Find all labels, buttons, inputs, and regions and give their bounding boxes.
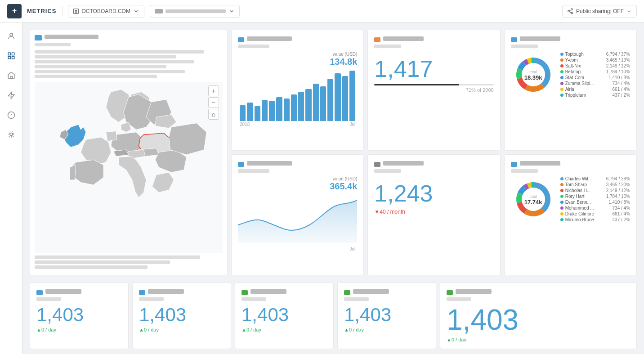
legend-item: Drake Gilmore 661 / 4%	[560, 211, 630, 216]
nav-divider	[62, 6, 63, 17]
europe-map-container: + − ⌂	[35, 82, 223, 253]
svg-rect-0	[73, 9, 78, 13]
metric-2-change: ▼40 / month	[374, 209, 493, 215]
line-chart-labels: Jul	[238, 246, 357, 252]
small-card-header	[447, 289, 630, 296]
legend-item: Charles Wil... 6,794 / 38%	[560, 176, 630, 181]
small-card-header	[344, 289, 429, 296]
sidebar-item-lightning[interactable]	[3, 87, 19, 103]
legend-value: 6,794 / 37%	[606, 52, 630, 57]
legend-value: 1,410 / 8%	[608, 75, 630, 80]
lightning-icon	[7, 91, 15, 99]
map-card-subtitle	[35, 43, 71, 46]
legend-dot	[560, 70, 564, 73]
legend-item: Y-com 3,465 / 19%	[560, 58, 630, 63]
donut-2-icon	[511, 162, 517, 167]
metric-card-2: 1,243 ▼40 / month	[367, 154, 500, 275]
legend-dot	[560, 76, 564, 79]
legend-label: Salt-Nix	[565, 63, 597, 68]
legend-label: Toptough	[565, 52, 597, 57]
legend-value: 1,784 / 10%	[606, 69, 630, 74]
legend-dot	[560, 82, 564, 85]
bar-chart	[238, 67, 357, 121]
metric-1-value: 1,417	[374, 57, 493, 81]
bar	[349, 71, 355, 121]
org-button[interactable]: OCTOBOARD.COM	[68, 5, 144, 18]
small-card-change: ▲0 / day	[447, 337, 630, 342]
map-card: + − ⌂	[30, 30, 228, 275]
bar-chart-labels: 2018 Jul	[238, 121, 357, 128]
filter-value	[165, 9, 226, 13]
small-card-icon	[344, 290, 350, 295]
small-card-value: 1,403	[344, 305, 429, 324]
filter-dropdown[interactable]	[150, 5, 240, 18]
metric-1-header	[374, 36, 493, 48]
donut-1-legend: Toptough 6,794 / 37% Y-com 3,465 / 19% S…	[560, 52, 630, 99]
bug-icon	[7, 131, 15, 139]
donut-1-header	[511, 36, 630, 48]
small-card-subtitle	[344, 297, 369, 301]
small-card-change: ▲0 / day	[242, 327, 327, 332]
public-sharing-button[interactable]: Public sharing: OFF	[562, 5, 637, 18]
metric-2-icon	[374, 162, 380, 167]
sidebar-item-bank[interactable]	[3, 67, 19, 84]
svg-line-5	[569, 9, 571, 10]
sidebar	[0, 22, 22, 354]
donut-1-icon	[511, 37, 517, 42]
donut-1-center: total 18.39k	[524, 70, 542, 81]
metric-1-bar	[374, 84, 493, 85]
bar	[335, 73, 340, 121]
bar-chart-title	[247, 36, 292, 41]
donut-2-section: total 17.74k Charles Wil... 6,794 / 38% …	[511, 176, 630, 223]
donut-segment	[525, 83, 545, 91]
svg-point-1	[571, 9, 573, 10]
small-card-value: 1,403	[242, 305, 327, 324]
svg-line-4	[569, 11, 571, 12]
sharing-chevron-icon	[626, 9, 632, 14]
org-label: OCTOBOARD.COM	[82, 8, 130, 14]
legend-item: Rory Hart 1,784 / 10%	[560, 194, 630, 199]
legend-dot	[560, 53, 564, 56]
sidebar-item-user[interactable]	[3, 28, 19, 44]
legend-value: 3,465 / 19%	[606, 58, 630, 63]
bar	[298, 92, 304, 121]
legend-value: 2,149 / 12%	[606, 63, 630, 68]
legend-value: 437 / 2%	[613, 217, 630, 222]
legend-value: 3,465 / 20%	[606, 182, 630, 187]
line-chart-subtitle	[238, 169, 269, 173]
metric-1-title	[383, 36, 424, 41]
sidebar-item-info[interactable]	[3, 107, 19, 123]
small-card-header	[139, 289, 224, 296]
line-chart-value-label: value (USD)	[238, 176, 357, 181]
small-card-change: ▲0 / day	[139, 327, 224, 332]
sidebar-item-bug[interactable]	[3, 127, 19, 143]
legend-label: Evan Benn...	[565, 200, 597, 205]
legend-item: Tripplelam 437 / 2%	[560, 93, 630, 98]
legend-value: 661 / 4%	[613, 87, 630, 92]
bar	[284, 99, 290, 121]
sidebar-item-dashboard[interactable]	[3, 48, 19, 64]
line-chart-card: value (USD) 365.4k Jul	[231, 154, 364, 275]
legend-item: Betatop 1,784 / 10%	[560, 69, 630, 74]
legend-dot	[560, 183, 564, 186]
small-card-title	[45, 289, 81, 294]
bar	[291, 94, 297, 121]
donut-1-total-label: total	[524, 70, 542, 74]
map-card-bottom-list	[35, 255, 223, 269]
public-sharing-label: Public sharing: OFF	[576, 8, 624, 14]
legend-label: Charles Wil...	[565, 176, 597, 181]
bank-icon	[7, 72, 15, 80]
map-zoom-in[interactable]: +	[208, 85, 219, 96]
donut-2-center: total 17.74k	[524, 194, 542, 206]
map-home[interactable]: ⌂	[208, 109, 219, 120]
svg-rect-9	[8, 57, 10, 59]
legend-item: Nicholas H... 2,149 / 12%	[560, 188, 630, 193]
legend-dot	[560, 206, 564, 210]
map-zoom-out[interactable]: −	[208, 97, 219, 108]
small-card-subtitle	[242, 297, 266, 301]
line-area	[238, 200, 357, 243]
bar	[276, 97, 282, 121]
legend-label: Tom Sharp	[565, 182, 597, 187]
bottom-grid: 1,403 ▲0 / day 1,403 ▲0 / day 1,403 ▲0 /…	[30, 282, 637, 349]
logo[interactable]: +	[7, 4, 22, 18]
